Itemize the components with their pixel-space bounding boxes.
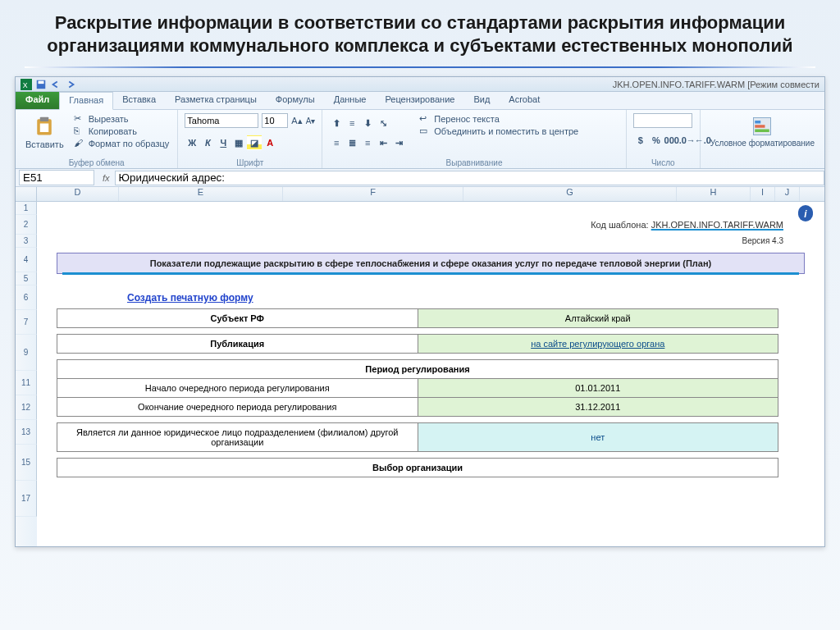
formula-bar: fx	[16, 169, 824, 187]
row-header[interactable]: 1	[16, 202, 37, 215]
template-version: Версия 4.3	[37, 235, 824, 248]
format-painter-button[interactable]: 🖌Формат по образцу	[72, 138, 171, 149]
group-number: $ % 000 .0→ ←.0 Число	[627, 110, 701, 168]
row-header[interactable]: 3	[16, 235, 37, 248]
row-header[interactable]: 9	[16, 335, 37, 371]
row-header[interactable]: 7	[16, 310, 37, 335]
branch-value[interactable]: нет	[418, 423, 778, 452]
svg-rect-3	[39, 80, 44, 84]
align-top-icon[interactable]: ⬆	[329, 116, 344, 130]
svg-text:X: X	[23, 80, 28, 89]
row-header[interactable]: 12	[16, 395, 37, 420]
percent-icon[interactable]: %	[649, 133, 664, 148]
subject-value[interactable]: Алтайский край	[418, 309, 778, 328]
align-left-icon[interactable]: ≡	[329, 135, 344, 150]
wrap-label: Перенос текста	[434, 114, 500, 124]
create-print-form-link[interactable]: Создать печатную форму	[127, 292, 824, 304]
number-format-select[interactable]	[633, 113, 692, 128]
template-form: Субъект РФ Алтайский край Публикация на …	[57, 308, 778, 477]
currency-icon[interactable]: $	[633, 133, 648, 148]
paste-button[interactable]: Вставить	[22, 113, 67, 151]
tab-page-layout[interactable]: Разметка страницы	[166, 92, 267, 109]
row-headers: 1 2 3 4 5 6 7 9 11 12 13 15 17	[16, 202, 37, 546]
tab-review[interactable]: Рецензирование	[376, 92, 464, 109]
formula-input[interactable]	[115, 171, 824, 185]
underline-button[interactable]: Ч	[216, 135, 231, 150]
period-start-value[interactable]: 01.01.2011	[418, 379, 778, 398]
wrap-text-button[interactable]: ↩Перенос текста	[418, 113, 580, 125]
name-box[interactable]	[19, 170, 94, 185]
font-group-label: Шрифт	[185, 158, 315, 167]
font-size-select[interactable]	[262, 113, 288, 128]
indent-decrease-icon[interactable]: ⇤	[376, 135, 390, 150]
tab-formulas[interactable]: Формулы	[267, 92, 325, 109]
document-title: JKH.OPEN.INFO.TARIFF.WARM [Режим совмест…	[613, 80, 819, 89]
publication-value[interactable]: на сайте регулирующего органа	[418, 335, 778, 354]
select-all-corner[interactable]	[16, 187, 37, 201]
fx-icon[interactable]: fx	[98, 173, 115, 183]
col-header[interactable]: F	[283, 187, 463, 201]
svg-rect-5	[40, 117, 49, 121]
merge-center-button[interactable]: ▭Объединить и поместить в центре	[418, 126, 580, 137]
conditional-formatting-button[interactable]: Условное форматирование	[707, 113, 818, 149]
increase-font-icon[interactable]: A▴	[291, 116, 302, 126]
col-header[interactable]: D	[37, 187, 119, 201]
col-header[interactable]: I	[751, 187, 775, 201]
clipboard-group-label: Буфер обмена	[22, 158, 171, 167]
copy-button[interactable]: ⎘Копировать	[72, 126, 171, 137]
tab-insert[interactable]: Вставка	[113, 92, 166, 109]
period-section: Период регулирования	[57, 360, 778, 379]
col-header[interactable]: J	[775, 187, 800, 201]
row-header[interactable]: 2	[16, 215, 37, 235]
row-header[interactable]: 13	[16, 420, 37, 445]
org-section: Выбор организации	[57, 459, 778, 477]
increase-decimal-icon[interactable]: .0→	[680, 133, 695, 148]
period-end-value[interactable]: 31.12.2011	[418, 398, 778, 417]
ribbon-body: Вставить ✂Вырезать ⎘Копировать 🖌Формат п…	[16, 110, 824, 169]
redo-icon[interactable]	[65, 79, 76, 90]
format-painter-label: Формат по образцу	[89, 139, 170, 148]
border-button[interactable]: ▦	[231, 135, 246, 150]
column-headers: D E F G H I J	[16, 187, 824, 202]
tab-data[interactable]: Данные	[325, 92, 377, 109]
slide-title: Раскрытие информации в соответствии со с…	[0, 0, 840, 62]
cut-button[interactable]: ✂Вырезать	[72, 113, 171, 125]
save-icon[interactable]	[35, 79, 47, 90]
row-header[interactable]: 15	[16, 445, 37, 481]
align-center-icon[interactable]: ≣	[345, 135, 359, 150]
worksheet-grid[interactable]: Код шаблона: JKH.OPEN.INFO.TARIFF.WARM В…	[37, 202, 824, 546]
col-header[interactable]: H	[677, 187, 751, 201]
tab-file[interactable]: Файл	[16, 92, 59, 109]
tab-home[interactable]: Главная	[59, 92, 113, 110]
col-header[interactable]: G	[463, 187, 677, 201]
align-bottom-icon[interactable]: ⬇	[360, 116, 375, 130]
tab-acrobat[interactable]: Acrobat	[500, 92, 550, 109]
italic-button[interactable]: К	[200, 135, 215, 150]
period-start-label: Начало очередного периода регулирования	[57, 379, 418, 398]
bold-button[interactable]: Ж	[185, 135, 199, 150]
fill-color-button[interactable]: ◪	[247, 135, 262, 150]
decrease-font-icon[interactable]: A▾	[306, 116, 316, 126]
tab-view[interactable]: Вид	[464, 92, 500, 109]
quick-access-toolbar: X	[21, 79, 76, 90]
info-icon[interactable]: i	[798, 207, 813, 221]
row-header[interactable]: 11	[16, 371, 37, 395]
undo-icon[interactable]	[50, 79, 62, 90]
cut-label: Вырезать	[89, 114, 129, 124]
svg-rect-6	[40, 124, 49, 133]
align-middle-icon[interactable]: ≡	[345, 116, 359, 130]
align-right-icon[interactable]: ≡	[360, 135, 375, 150]
font-name-select[interactable]	[185, 113, 258, 128]
title-underline	[25, 66, 815, 68]
orientation-icon[interactable]: ⤡	[376, 116, 390, 130]
row-header[interactable]: 4	[16, 248, 37, 272]
indent-increase-icon[interactable]: ⇥	[391, 135, 406, 150]
paste-label: Вставить	[25, 139, 64, 149]
col-header[interactable]: E	[119, 187, 283, 201]
copy-icon: ⎘	[74, 126, 85, 137]
row-header[interactable]: 6	[16, 285, 37, 310]
row-header[interactable]: 5	[16, 272, 37, 285]
font-color-button[interactable]: A	[262, 135, 277, 150]
row-header[interactable]: 17	[16, 481, 37, 517]
comma-icon[interactable]: 000	[664, 133, 679, 148]
